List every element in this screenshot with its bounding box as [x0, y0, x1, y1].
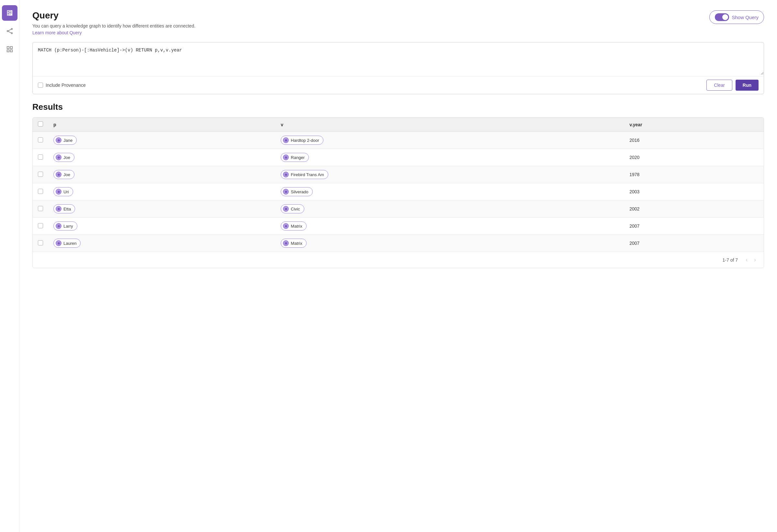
entity-dot-inner-v-1	[285, 156, 287, 158]
entity-label-p-4: Etta	[64, 207, 71, 211]
entity-dot-inner-v-5	[285, 225, 287, 227]
row-checkbox-cell	[33, 149, 48, 166]
select-all-checkbox[interactable]	[38, 121, 43, 127]
pagination-prev[interactable]: ‹	[743, 256, 750, 264]
clear-button[interactable]: Clear	[706, 80, 732, 91]
sidebar-item-graph[interactable]	[2, 23, 17, 39]
entity-label-p-3: Uri	[64, 189, 69, 194]
entity-dot-p-2	[56, 172, 62, 178]
entity-badge-v-0: Hardtop 2-door	[281, 136, 323, 145]
entity-badge-p-4: Etta	[53, 204, 75, 213]
svg-point-0	[7, 30, 8, 32]
header-text: Query You can query a knowledge graph to…	[32, 10, 196, 36]
entity-dot-p-6	[56, 240, 62, 246]
show-query-toggle[interactable]: Show Query	[709, 10, 764, 24]
toggle-switch[interactable]	[715, 13, 729, 21]
results-table: p v v.year Jane	[33, 118, 764, 251]
svg-rect-8	[10, 50, 12, 52]
header-row: Query You can query a knowledge graph to…	[32, 10, 764, 36]
header-checkbox-col	[33, 118, 48, 132]
entity-label-v-4: Civic	[291, 207, 300, 211]
pagination-controls: ‹ ›	[743, 256, 759, 264]
query-buttons: Clear Run	[706, 80, 759, 91]
table-row: Larry Matrix 2007	[33, 218, 764, 235]
entity-label-v-1: Ranger	[291, 155, 305, 160]
entity-dot-v-0	[283, 137, 289, 143]
pagination-info: 1-7 of 7	[723, 257, 738, 262]
results-title: Results	[32, 102, 764, 112]
row-year-4: 2002	[624, 200, 764, 218]
row-checkbox-0[interactable]	[38, 137, 43, 142]
entity-label-v-0: Hardtop 2-door	[291, 138, 319, 143]
row-v-4: Civic	[275, 200, 624, 218]
row-checkbox-5[interactable]	[38, 223, 43, 228]
row-checkbox-4[interactable]	[38, 206, 43, 211]
entity-badge-p-2: Joe	[53, 170, 75, 179]
entity-dot-inner-p-5	[58, 225, 60, 227]
entity-dot-p-3	[56, 189, 62, 195]
sidebar-item-grid[interactable]	[2, 41, 17, 57]
query-box: Include Provenance Clear Run	[32, 42, 764, 94]
entity-badge-v-4: Civic	[281, 204, 304, 213]
table-row: Joe Firebird Trans Am 1978	[33, 166, 764, 183]
entity-dot-inner-v-0	[285, 139, 287, 141]
entity-dot-inner-p-1	[58, 156, 60, 158]
entity-dot-inner-p-2	[58, 174, 60, 176]
header-p: p	[48, 118, 275, 132]
row-checkbox-cell	[33, 132, 48, 149]
provenance-text: Include Provenance	[46, 83, 86, 88]
query-textarea[interactable]	[33, 42, 764, 75]
sidebar	[0, 0, 19, 532]
entity-badge-p-6: Lauren	[53, 239, 81, 248]
row-checkbox-6[interactable]	[38, 240, 43, 245]
entity-badge-p-5: Larry	[53, 221, 77, 230]
row-p-6: Lauren	[48, 235, 275, 252]
header-row-tr: p v v.year	[33, 118, 764, 132]
entity-dot-inner-v-3	[285, 191, 287, 193]
entity-dot-p-1	[56, 154, 62, 160]
query-footer: Include Provenance Clear Run	[33, 76, 764, 94]
entity-badge-p-3: Uri	[53, 187, 73, 196]
row-checkbox-2[interactable]	[38, 172, 43, 177]
entity-badge-p-0: Jane	[53, 136, 77, 145]
graph-icon	[6, 27, 13, 35]
entity-dot-inner-v-2	[285, 174, 287, 176]
entity-dot-v-5	[283, 223, 289, 229]
learn-more-link[interactable]: Learn more about Query	[32, 30, 82, 35]
entity-dot-inner-p-4	[58, 208, 60, 210]
table-row: Joe Ranger 2020	[33, 149, 764, 166]
entity-label-v-3: Silverado	[291, 189, 308, 194]
page-subtitle: You can query a knowledge graph to ident…	[32, 23, 196, 28]
row-checkbox-3[interactable]	[38, 189, 43, 194]
entity-label-v-6: Matrix	[291, 241, 302, 246]
table-header: p v v.year	[33, 118, 764, 132]
row-v-5: Matrix	[275, 218, 624, 235]
pagination-next[interactable]: ›	[752, 256, 759, 264]
row-checkbox-cell	[33, 183, 48, 200]
row-checkbox-1[interactable]	[38, 154, 43, 159]
entity-dot-inner-p-3	[58, 191, 60, 193]
row-checkbox-cell	[33, 166, 48, 183]
table-row: Etta Civic 2002	[33, 200, 764, 218]
entity-dot-v-3	[283, 189, 289, 195]
svg-line-4	[8, 31, 11, 33]
row-v-3: Silverado	[275, 183, 624, 200]
provenance-checkbox[interactable]	[38, 83, 43, 88]
table-row: Jane Hardtop 2-door 2016	[33, 132, 764, 149]
svg-rect-7	[7, 50, 9, 52]
sidebar-item-table[interactable]	[2, 5, 17, 21]
svg-rect-5	[7, 46, 9, 48]
row-year-1: 2020	[624, 149, 764, 166]
entity-dot-p-0	[56, 137, 62, 143]
entity-dot-v-4	[283, 206, 289, 212]
page-title: Query	[32, 10, 196, 21]
row-year-3: 2003	[624, 183, 764, 200]
row-v-1: Ranger	[275, 149, 624, 166]
run-button[interactable]: Run	[736, 80, 759, 91]
svg-point-2	[11, 33, 12, 34]
svg-rect-6	[10, 46, 12, 48]
row-p-1: Joe	[48, 149, 275, 166]
entity-dot-inner-v-4	[285, 208, 287, 210]
provenance-label[interactable]: Include Provenance	[38, 83, 86, 88]
entity-dot-v-6	[283, 240, 289, 246]
